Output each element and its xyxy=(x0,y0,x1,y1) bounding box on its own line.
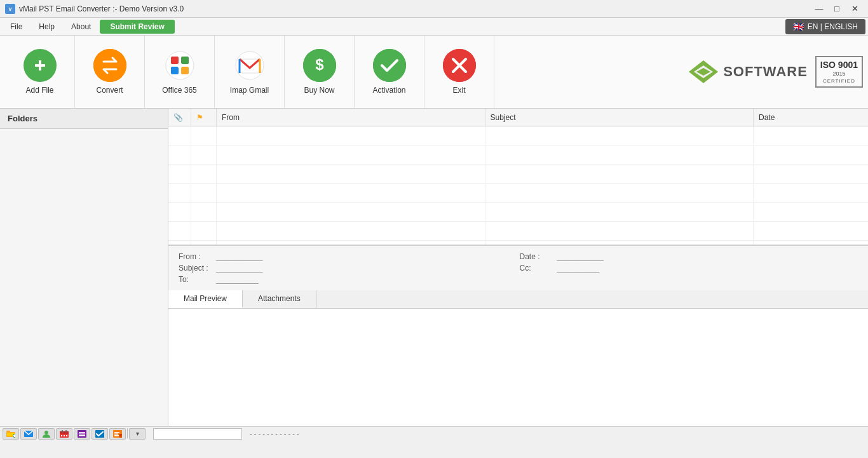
cell-flag xyxy=(191,165,217,183)
iso-year-text: 2015 xyxy=(820,71,858,78)
cc-row: Cc: __________ xyxy=(520,262,858,274)
flag-icon: ⚑ xyxy=(196,113,203,122)
table-row[interactable] xyxy=(168,145,868,165)
iso-9001-text: ISO 9001 xyxy=(820,59,858,71)
title-bar-left: v vMail PST Email Converter :- Demo Vers… xyxy=(5,4,184,14)
cc-value: __________ xyxy=(557,264,600,273)
menu-bar: File Help About Submit Review 🇬🇧 EN | EN… xyxy=(0,18,868,36)
exit-button[interactable]: Exit xyxy=(424,36,494,108)
col-header-subject: Subject xyxy=(485,109,754,126)
folder-open-icon xyxy=(6,430,15,438)
tasks-icon-button[interactable] xyxy=(92,428,108,440)
office365-label: Office 365 xyxy=(162,86,196,95)
cell-date xyxy=(754,165,868,183)
table-row[interactable] xyxy=(168,222,868,241)
maximize-button[interactable]: □ xyxy=(829,3,845,15)
cell-flag xyxy=(191,145,217,164)
subject-row: Subject : ___________ xyxy=(179,262,517,274)
menu-help[interactable]: Help xyxy=(31,20,62,34)
email-detail-left: From : ___________ Subject : ___________… xyxy=(179,251,517,285)
menu-file[interactable]: File xyxy=(3,20,30,34)
svg-rect-47 xyxy=(114,435,119,436)
software-text-label: SOFTWARE xyxy=(723,64,808,80)
cell-from xyxy=(217,126,485,145)
add-file-button[interactable]: Add File xyxy=(5,36,75,108)
convert-icon xyxy=(93,49,126,82)
tab-mail-preview[interactable]: Mail Preview xyxy=(168,290,243,308)
date-value: ___________ xyxy=(557,252,604,261)
add-file-label: Add File xyxy=(25,86,53,95)
cell-date xyxy=(754,222,868,240)
cell-flag xyxy=(191,126,217,145)
contacts-icon xyxy=(42,430,51,438)
calendar-icon-button[interactable] xyxy=(56,428,72,440)
cell-from xyxy=(217,222,485,240)
office365-button[interactable]: Office 365 xyxy=(145,36,215,108)
to-label: To: xyxy=(179,275,214,284)
notes-icon xyxy=(113,430,122,438)
cell-flag xyxy=(191,222,217,240)
svg-rect-38 xyxy=(66,435,67,436)
dollar-svg-icon: $ xyxy=(303,49,336,82)
svg-rect-42 xyxy=(79,435,85,436)
cell-date xyxy=(754,184,868,202)
cell-subject xyxy=(485,126,754,145)
table-row[interactable] xyxy=(168,203,868,222)
table-row[interactable] xyxy=(168,184,868,203)
svg-rect-45 xyxy=(114,432,119,433)
cell-from xyxy=(217,203,485,221)
submit-review-button[interactable]: Submit Review xyxy=(100,20,174,34)
svg-rect-8 xyxy=(181,67,189,74)
table-row[interactable] xyxy=(168,126,868,145)
activation-icon xyxy=(373,49,406,82)
table-row[interactable] xyxy=(168,165,868,184)
list-icon-button[interactable] xyxy=(74,428,90,440)
svg-rect-24 xyxy=(6,431,10,433)
email-table-header: 📎 ⚑ From Subject Date xyxy=(168,109,868,126)
paperclip-icon: 📎 xyxy=(173,113,183,122)
svg-rect-34 xyxy=(62,430,63,433)
subject-label: Subject : xyxy=(179,264,214,273)
activation-label: Activation xyxy=(372,86,405,95)
app-icon: v xyxy=(5,4,15,14)
email-icon-button[interactable] xyxy=(20,428,37,440)
cell-from xyxy=(217,184,485,202)
buy-now-button[interactable]: $ Buy Now xyxy=(285,36,355,108)
date-row: Date : ___________ xyxy=(520,251,858,262)
toolbar: Add File Convert Office 3 xyxy=(0,36,868,109)
convert-button[interactable]: Convert xyxy=(75,36,145,108)
notes-icon-button[interactable] xyxy=(109,428,126,440)
col-header-date: Date xyxy=(754,109,868,126)
menu-right: 🇬🇧 EN | ENGLISH xyxy=(785,19,865,34)
sidebar: Folders xyxy=(0,109,168,426)
svg-rect-37 xyxy=(64,435,65,436)
imap-gmail-button[interactable]: Imap Gmail xyxy=(215,36,285,108)
tasks-icon xyxy=(95,430,104,438)
activation-button[interactable]: Activation xyxy=(355,36,424,108)
cell-flag xyxy=(191,184,217,202)
language-label: EN | ENGLISH xyxy=(808,22,858,31)
software-logo-icon xyxy=(688,59,719,84)
email-area: 📎 ⚑ From Subject Date xyxy=(168,109,868,426)
plus-icon xyxy=(31,57,49,74)
tab-attachments[interactable]: Attachments xyxy=(243,290,316,308)
cell-date xyxy=(754,203,868,221)
menu-about[interactable]: About xyxy=(64,20,98,34)
email-detail-right: Date : ___________ Cc: __________ xyxy=(520,251,858,285)
contacts-icon-button[interactable] xyxy=(38,428,55,440)
to-value: __________ xyxy=(216,275,259,284)
close-button[interactable]: ✕ xyxy=(846,3,863,15)
imap-gmail-label: Imap Gmail xyxy=(230,86,269,95)
email-icon xyxy=(24,431,33,437)
add-file-icon xyxy=(24,49,57,82)
language-button[interactable]: 🇬🇧 EN | ENGLISH xyxy=(785,19,865,34)
folder-open-icon-button[interactable] xyxy=(3,428,19,440)
preview-area xyxy=(168,309,868,427)
col-header-flag: ⚑ xyxy=(191,109,217,126)
col-header-from: From xyxy=(217,109,485,126)
minimize-button[interactable]: — xyxy=(811,3,827,15)
svg-rect-2 xyxy=(35,64,45,67)
dropdown-icon-button[interactable]: ▾ xyxy=(129,428,146,440)
cell-attachment xyxy=(168,222,191,240)
logo-area: SOFTWARE ISO 9001 2015 CERTIFIED xyxy=(688,56,863,88)
